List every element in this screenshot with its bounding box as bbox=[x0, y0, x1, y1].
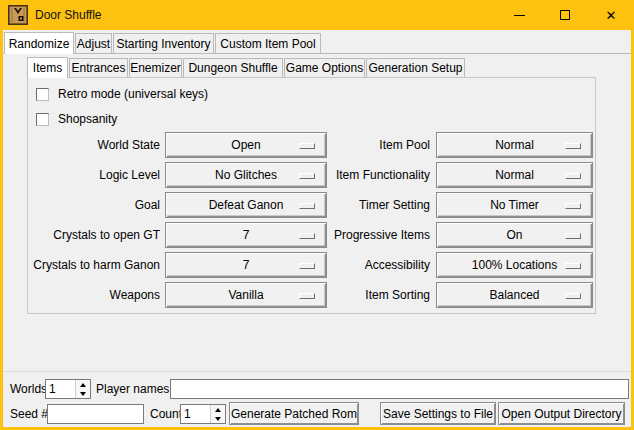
tab-randomize[interactable]: Randomize bbox=[4, 32, 74, 54]
tab-adjust[interactable]: Adjust bbox=[75, 33, 112, 53]
subtab-label: Generation Setup bbox=[368, 61, 462, 75]
dropdown-indicator-icon bbox=[565, 173, 581, 179]
subtab-label: Enemizer bbox=[130, 61, 181, 75]
tab-label: Custom Item Pool bbox=[220, 37, 315, 51]
close-button[interactable]: ✕ bbox=[588, 0, 634, 30]
window-title: Door Shuffle bbox=[35, 8, 102, 22]
spin-up-button[interactable] bbox=[211, 405, 225, 414]
count-spinner[interactable] bbox=[180, 404, 226, 424]
item-pool-dropdown[interactable]: Normal bbox=[436, 132, 593, 158]
item-functionality-dropdown[interactable]: Normal bbox=[436, 162, 593, 188]
button-label: Open Output Directory bbox=[501, 407, 621, 421]
goal-label: Goal bbox=[13, 198, 160, 212]
dropdown-value: Vanilla bbox=[228, 288, 263, 302]
maximize-button[interactable] bbox=[542, 0, 588, 30]
up-arrow-icon bbox=[80, 383, 86, 387]
dropdown-indicator-icon bbox=[565, 233, 581, 239]
down-arrow-icon bbox=[80, 392, 86, 396]
spin-up-button[interactable] bbox=[76, 380, 90, 389]
item-sorting-label: Item Sorting bbox=[273, 288, 430, 302]
checkbox-box[interactable] bbox=[36, 113, 49, 126]
dropdown-value: Normal bbox=[495, 138, 534, 152]
subtab-items[interactable]: Items bbox=[27, 57, 68, 78]
tab-label: Randomize bbox=[9, 37, 70, 51]
spin-down-button[interactable] bbox=[76, 389, 90, 398]
seed-input[interactable] bbox=[47, 404, 144, 424]
open-output-directory-button[interactable]: Open Output Directory bbox=[498, 402, 625, 425]
footer-divider bbox=[3, 371, 631, 372]
retro-mode-checkbox[interactable]: Retro mode (universal keys) bbox=[36, 87, 208, 101]
subtab-label: Entrances bbox=[71, 61, 125, 75]
world-state-label: World State bbox=[13, 138, 160, 152]
close-icon: ✕ bbox=[606, 9, 617, 22]
dropdown-indicator-icon bbox=[565, 293, 581, 299]
dropdown-indicator-icon bbox=[565, 143, 581, 149]
player-names-label: Player names bbox=[96, 382, 169, 396]
worlds-spinner[interactable] bbox=[45, 379, 91, 399]
item-sorting-dropdown[interactable]: Balanced bbox=[436, 282, 593, 308]
worlds-input[interactable] bbox=[46, 380, 75, 398]
button-label: Save Settings to File bbox=[383, 407, 493, 421]
dropdown-value: 7 bbox=[243, 258, 250, 272]
spinner-arrows bbox=[210, 405, 225, 423]
crystals-ganon-label: Crystals to harm Ganon bbox=[13, 258, 160, 272]
maximize-icon bbox=[560, 10, 570, 20]
dropdown-value: 7 bbox=[243, 228, 250, 242]
subtab-dungeon-shuffle[interactable]: Dungeon Shuffle bbox=[183, 58, 283, 77]
main-tab-divider bbox=[3, 53, 631, 54]
client-area: Randomize Adjust Starting Inventory Cust… bbox=[3, 30, 631, 427]
count-label: Count bbox=[150, 407, 182, 421]
subtab-entrances[interactable]: Entrances bbox=[69, 58, 128, 77]
checkbox-label: Retro mode (universal keys) bbox=[58, 87, 208, 101]
item-pool-label: Item Pool bbox=[273, 138, 430, 152]
titlebar: Door Shuffle ✕ bbox=[0, 0, 634, 30]
tab-starting-inventory[interactable]: Starting Inventory bbox=[113, 33, 214, 53]
window-controls: ✕ bbox=[496, 0, 634, 30]
tab-custom-item-pool[interactable]: Custom Item Pool bbox=[215, 33, 321, 53]
dropdown-value: Balanced bbox=[489, 288, 539, 302]
dropdown-value: On bbox=[506, 228, 522, 242]
weapons-label: Weapons bbox=[13, 288, 160, 302]
minimize-icon bbox=[514, 15, 525, 16]
accessibility-label: Accessibility bbox=[273, 258, 430, 272]
spinner-arrows bbox=[75, 380, 90, 398]
door-shuffle-window: Door Shuffle ✕ Randomize Adjust Starting… bbox=[0, 0, 634, 430]
timer-setting-label: Timer Setting bbox=[273, 198, 430, 212]
button-label: Generate Patched Rom bbox=[231, 407, 357, 421]
dropdown-value: 100% Locations bbox=[472, 258, 557, 272]
shopsanity-checkbox[interactable]: Shopsanity bbox=[36, 112, 117, 126]
subtab-enemizer[interactable]: Enemizer bbox=[129, 58, 182, 77]
subtab-game-options[interactable]: Game Options bbox=[284, 58, 365, 77]
spin-down-button[interactable] bbox=[211, 414, 225, 423]
progressive-items-dropdown[interactable]: On bbox=[436, 222, 593, 248]
item-functionality-label: Item Functionality bbox=[273, 168, 430, 182]
subtab-label: Items bbox=[33, 61, 62, 75]
subtab-label: Game Options bbox=[286, 61, 363, 75]
generate-patched-rom-button[interactable]: Generate Patched Rom bbox=[229, 402, 359, 425]
dropdown-value: No Glitches bbox=[215, 168, 277, 182]
player-names-input[interactable] bbox=[170, 379, 629, 399]
tab-label: Starting Inventory bbox=[116, 37, 210, 51]
subtab-generation-setup[interactable]: Generation Setup bbox=[366, 58, 465, 77]
down-arrow-icon bbox=[215, 417, 221, 421]
dropdown-indicator-icon bbox=[565, 263, 581, 269]
dropdown-indicator-icon bbox=[565, 203, 581, 209]
door-shuffle-app-icon bbox=[8, 5, 28, 25]
timer-setting-dropdown[interactable]: No Timer bbox=[436, 192, 593, 218]
checkbox-label: Shopsanity bbox=[58, 112, 117, 126]
dropdown-value: No Timer bbox=[490, 198, 539, 212]
accessibility-dropdown[interactable]: 100% Locations bbox=[436, 252, 593, 278]
crystals-gt-label: Crystals to open GT bbox=[13, 228, 160, 242]
save-settings-button[interactable]: Save Settings to File bbox=[380, 402, 496, 425]
subtab-label: Dungeon Shuffle bbox=[188, 61, 277, 75]
worlds-label: Worlds bbox=[10, 382, 47, 396]
up-arrow-icon bbox=[215, 408, 221, 412]
checkbox-box[interactable] bbox=[36, 88, 49, 101]
logic-level-label: Logic Level bbox=[13, 168, 160, 182]
minimize-button[interactable] bbox=[496, 0, 542, 30]
count-input[interactable] bbox=[181, 405, 210, 423]
dropdown-value: Open bbox=[231, 138, 260, 152]
seed-label: Seed # bbox=[10, 407, 48, 421]
tab-label: Adjust bbox=[77, 37, 110, 51]
dropdown-value: Normal bbox=[495, 168, 534, 182]
